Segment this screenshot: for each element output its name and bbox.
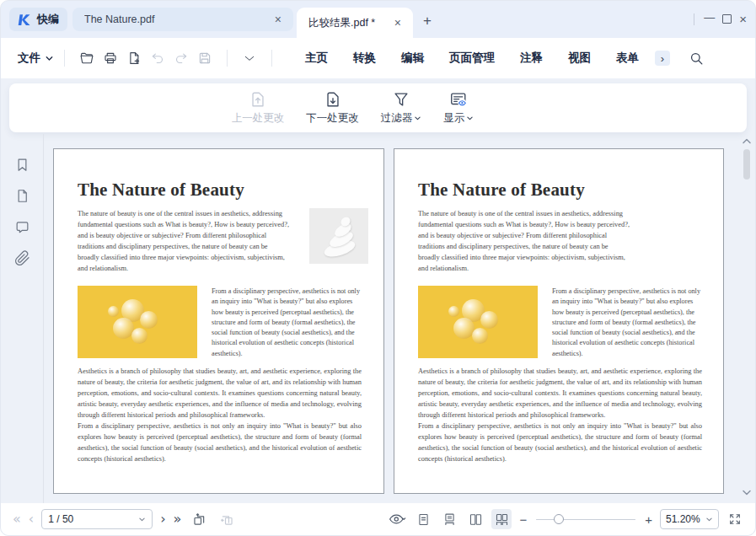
printer-icon bbox=[103, 51, 118, 66]
search-icon bbox=[689, 51, 705, 67]
divider bbox=[271, 50, 272, 67]
reading-mode-button[interactable] bbox=[387, 509, 407, 529]
paragraph-intro: The nature of beauty is one of the centr… bbox=[78, 208, 290, 274]
tab-label: The Nature.pdf bbox=[84, 13, 271, 25]
redo-button[interactable] bbox=[170, 47, 192, 69]
page-title: The Nature of Beauty bbox=[418, 180, 585, 201]
prev-view-button[interactable] bbox=[189, 509, 209, 529]
zoom-slider-track[interactable] bbox=[536, 519, 635, 521]
app-name: 快编 bbox=[37, 12, 59, 27]
new-document-button[interactable] bbox=[123, 47, 145, 69]
maximize-icon[interactable] bbox=[722, 14, 732, 24]
pdf-page-compared[interactable]: The Nature of Beauty The nature of beaut… bbox=[394, 148, 724, 494]
scroll-up-icon[interactable] bbox=[742, 137, 752, 145]
app-logo-icon bbox=[18, 13, 32, 27]
attachment-icon bbox=[14, 250, 30, 266]
save-button[interactable] bbox=[194, 47, 216, 69]
filter-label: 过滤器 bbox=[381, 111, 413, 126]
scrollbar-thumb[interactable] bbox=[743, 149, 750, 180]
undo-button[interactable] bbox=[147, 47, 169, 69]
new-tab-icon[interactable]: + bbox=[423, 13, 432, 28]
comments-panel-button[interactable] bbox=[10, 215, 34, 239]
show-eye-list-icon bbox=[449, 90, 468, 109]
vertical-scrollbar[interactable] bbox=[740, 78, 753, 503]
fullscreen-button[interactable] bbox=[725, 509, 745, 529]
pages-panel-button[interactable] bbox=[10, 184, 34, 207]
facing-pages-icon bbox=[469, 512, 483, 527]
tab-view[interactable]: 视图 bbox=[555, 51, 603, 66]
zoom-slider[interactable] bbox=[536, 513, 635, 525]
filter-funnel-icon bbox=[392, 90, 410, 109]
folder-open-icon bbox=[79, 51, 94, 66]
page-number-input[interactable]: 1 / 50 bbox=[41, 509, 153, 529]
open-file-button[interactable] bbox=[76, 47, 98, 69]
chevron-down-icon bbox=[705, 516, 713, 523]
tab-compare-result-pdf[interactable]: 比较结果.pdf * × bbox=[297, 8, 413, 38]
prev-view-icon bbox=[191, 512, 207, 528]
paragraph-intro: The nature of beauty is one of the centr… bbox=[418, 208, 630, 274]
tab-comment[interactable]: 注释 bbox=[507, 51, 555, 66]
tab-edit[interactable]: 编辑 bbox=[389, 51, 437, 66]
zoom-out-button[interactable]: − bbox=[517, 512, 528, 527]
chevron-down-icon bbox=[414, 115, 421, 122]
scroll-down-icon[interactable] bbox=[742, 489, 752, 496]
search-button[interactable] bbox=[689, 51, 705, 67]
divider bbox=[694, 13, 694, 25]
show-button[interactable]: 显示 bbox=[443, 90, 474, 126]
print-button[interactable] bbox=[99, 47, 121, 69]
next-page-icon[interactable]: › bbox=[160, 512, 165, 526]
continuous-page-icon bbox=[442, 512, 457, 527]
next-view-button[interactable] bbox=[217, 509, 237, 529]
tab-home[interactable]: 主页 bbox=[292, 51, 340, 66]
close-icon[interactable]: × bbox=[739, 13, 747, 25]
zoom-level-input[interactable]: 51.20% bbox=[660, 509, 719, 529]
save-icon bbox=[197, 51, 212, 66]
page-indicator: 1 / 50 bbox=[48, 513, 135, 525]
next-change-icon bbox=[324, 90, 342, 109]
file-menu-button[interactable]: 文件 bbox=[18, 51, 54, 66]
glass-bubbles-image bbox=[418, 286, 538, 358]
paragraph-disciplinary-repeat: From a disciplinary perspective, aesthet… bbox=[78, 421, 362, 464]
next-change-button[interactable]: 下一处更改 bbox=[306, 90, 359, 126]
fullscreen-icon bbox=[728, 512, 742, 526]
tab-convert[interactable]: 转换 bbox=[340, 51, 389, 66]
overflow-chevron-icon: › bbox=[661, 52, 664, 65]
divider bbox=[43, 134, 44, 503]
paragraph-disciplinary: From a disciplinary perspective, aesthet… bbox=[212, 287, 365, 359]
prev-change-button[interactable]: 上一处更改 bbox=[232, 90, 285, 126]
tab-close-icon[interactable]: × bbox=[271, 12, 285, 27]
ribbon-overflow-button[interactable]: › bbox=[655, 51, 670, 66]
filter-button[interactable]: 过滤器 bbox=[381, 90, 422, 126]
toolbar-expand-button[interactable] bbox=[239, 47, 260, 69]
paragraph-disciplinary: From a disciplinary perspective, aesthet… bbox=[552, 287, 705, 359]
prev-change-icon bbox=[249, 90, 267, 109]
pdf-page-original[interactable]: The Nature of Beauty The nature of beaut… bbox=[53, 148, 384, 494]
first-page-icon[interactable]: « bbox=[13, 512, 21, 526]
tab-page-manage[interactable]: 页面管理 bbox=[437, 51, 507, 66]
tab-the-nature-pdf[interactable]: The Nature.pdf × bbox=[72, 8, 293, 31]
continuous-page-button[interactable] bbox=[439, 509, 459, 529]
redo-icon bbox=[174, 51, 189, 66]
chevron-down-icon bbox=[138, 516, 146, 523]
facing-pages-button[interactable] bbox=[465, 509, 485, 529]
paragraph-aesthetics: Aesthetics is a branch of philosophy tha… bbox=[418, 366, 702, 421]
bookmarks-panel-button[interactable] bbox=[10, 153, 34, 176]
status-bar: « ‹ 1 / 50 › » bbox=[1, 503, 755, 535]
navigation-sidebar bbox=[1, 78, 43, 503]
tab-form[interactable]: 表单 bbox=[603, 51, 651, 66]
next-change-label: 下一处更改 bbox=[306, 111, 359, 126]
zoom-slider-handle[interactable] bbox=[554, 514, 564, 524]
glass-bubbles-image bbox=[78, 286, 197, 358]
titlebar: 快编 The Nature.pdf × 比较结果.pdf * × + — × bbox=[1, 1, 755, 38]
prev-page-icon[interactable]: ‹ bbox=[29, 512, 34, 526]
zoom-in-button[interactable]: + bbox=[643, 512, 654, 527]
tab-close-icon[interactable]: × bbox=[391, 15, 405, 30]
app-logo[interactable]: 快编 bbox=[9, 8, 67, 31]
swirl-image bbox=[309, 208, 368, 264]
minimize-icon[interactable]: — bbox=[704, 12, 715, 23]
single-page-button[interactable] bbox=[413, 509, 433, 529]
attachments-panel-button[interactable] bbox=[10, 246, 34, 270]
reading-eye-icon bbox=[389, 512, 406, 526]
last-page-icon[interactable]: » bbox=[174, 512, 182, 526]
facing-continuous-button[interactable] bbox=[491, 509, 512, 529]
